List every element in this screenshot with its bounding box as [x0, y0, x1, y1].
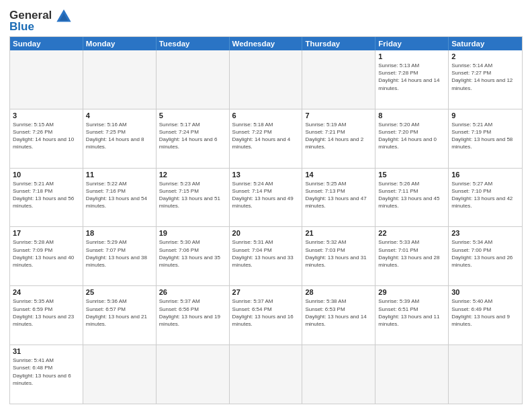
day-number: 21 — [305, 229, 372, 237]
cal-cell-10: 10Sunrise: 5:21 AM Sunset: 7:18 PM Dayli… — [10, 169, 83, 227]
cal-header-tuesday: Tuesday — [157, 37, 230, 50]
day-info: Sunrise: 5:23 AM Sunset: 7:15 PM Dayligh… — [159, 180, 226, 210]
calendar: SundayMondayTuesdayWednesdayThursdayFrid… — [9, 36, 523, 404]
day-number: 2 — [451, 52, 519, 60]
cal-row-6: 31Sunrise: 5:41 AM Sunset: 6:48 PM Dayli… — [10, 345, 522, 404]
day-number: 15 — [378, 171, 445, 179]
cal-cell-28: 28Sunrise: 5:38 AM Sunset: 6:53 PM Dayli… — [302, 286, 375, 345]
day-info: Sunrise: 5:41 AM Sunset: 6:48 PM Dayligh… — [13, 357, 80, 387]
cal-cell-24: 24Sunrise: 5:35 AM Sunset: 6:59 PM Dayli… — [10, 286, 83, 345]
day-info: Sunrise: 5:36 AM Sunset: 6:57 PM Dayligh… — [86, 298, 153, 328]
day-info: Sunrise: 5:33 AM Sunset: 7:01 PM Dayligh… — [378, 238, 445, 269]
cal-cell-empty — [157, 345, 230, 404]
day-number: 17 — [13, 229, 80, 237]
cal-cell-21: 21Sunrise: 5:32 AM Sunset: 7:03 PM Dayli… — [302, 227, 375, 285]
day-info: Sunrise: 5:17 AM Sunset: 7:24 PM Dayligh… — [159, 121, 226, 151]
cal-cell-30: 30Sunrise: 5:40 AM Sunset: 6:49 PM Dayli… — [449, 286, 522, 345]
day-number: 19 — [159, 229, 226, 237]
day-number: 23 — [451, 229, 519, 237]
day-info: Sunrise: 5:34 AM Sunset: 7:00 PM Dayligh… — [451, 238, 519, 269]
cal-cell-23: 23Sunrise: 5:34 AM Sunset: 7:00 PM Dayli… — [449, 227, 522, 285]
calendar-body: 1Sunrise: 5:13 AM Sunset: 7:28 PM Daylig… — [10, 50, 522, 404]
day-number: 10 — [13, 171, 80, 179]
day-info: Sunrise: 5:37 AM Sunset: 6:56 PM Dayligh… — [159, 298, 226, 328]
header: General Blue — [9, 7, 523, 32]
cal-cell-empty — [449, 345, 522, 404]
day-info: Sunrise: 5:25 AM Sunset: 7:13 PM Dayligh… — [305, 180, 372, 210]
cal-cell-18: 18Sunrise: 5:29 AM Sunset: 7:07 PM Dayli… — [83, 227, 157, 285]
cal-cell-22: 22Sunrise: 5:33 AM Sunset: 7:01 PM Dayli… — [375, 227, 449, 285]
day-number: 1 — [378, 52, 445, 60]
cal-cell-6: 6Sunrise: 5:18 AM Sunset: 7:22 PM Daylig… — [230, 109, 303, 168]
day-info: Sunrise: 5:15 AM Sunset: 7:26 PM Dayligh… — [13, 121, 80, 151]
day-info: Sunrise: 5:13 AM Sunset: 7:28 PM Dayligh… — [378, 62, 445, 92]
logo-blue: Blue — [9, 21, 52, 32]
day-info: Sunrise: 5:18 AM Sunset: 7:22 PM Dayligh… — [232, 121, 300, 151]
cal-cell-empty — [83, 345, 157, 404]
cal-cell-9: 9Sunrise: 5:21 AM Sunset: 7:19 PM Daylig… — [449, 109, 522, 168]
cal-header-sunday: Sunday — [10, 37, 83, 50]
cal-cell-20: 20Sunrise: 5:31 AM Sunset: 7:04 PM Dayli… — [230, 227, 303, 285]
day-info: Sunrise: 5:31 AM Sunset: 7:04 PM Dayligh… — [232, 238, 300, 269]
day-info: Sunrise: 5:28 AM Sunset: 7:09 PM Dayligh… — [13, 238, 80, 269]
day-number: 12 — [159, 171, 226, 179]
day-number: 8 — [378, 111, 445, 120]
cal-cell-16: 16Sunrise: 5:27 AM Sunset: 7:10 PM Dayli… — [449, 169, 522, 227]
day-info: Sunrise: 5:27 AM Sunset: 7:10 PM Dayligh… — [451, 180, 519, 210]
cal-cell-29: 29Sunrise: 5:39 AM Sunset: 6:51 PM Dayli… — [375, 286, 449, 345]
cal-cell-5: 5Sunrise: 5:17 AM Sunset: 7:24 PM Daylig… — [157, 109, 230, 168]
cal-cell-empty — [157, 50, 230, 109]
cal-cell-27: 27Sunrise: 5:37 AM Sunset: 6:54 PM Dayli… — [230, 286, 303, 345]
day-info: Sunrise: 5:40 AM Sunset: 6:49 PM Dayligh… — [451, 298, 519, 328]
cal-cell-empty — [375, 345, 449, 404]
day-number: 14 — [305, 171, 372, 179]
day-info: Sunrise: 5:39 AM Sunset: 6:51 PM Dayligh… — [378, 298, 445, 328]
cal-row-4: 17Sunrise: 5:28 AM Sunset: 7:09 PM Dayli… — [10, 226, 522, 285]
cal-cell-11: 11Sunrise: 5:22 AM Sunset: 7:16 PM Dayli… — [83, 169, 157, 227]
cal-cell-3: 3Sunrise: 5:15 AM Sunset: 7:26 PM Daylig… — [10, 109, 83, 168]
cal-header-monday: Monday — [83, 37, 157, 50]
cal-cell-8: 8Sunrise: 5:20 AM Sunset: 7:20 PM Daylig… — [375, 109, 449, 168]
cal-row-2: 3Sunrise: 5:15 AM Sunset: 7:26 PM Daylig… — [10, 109, 522, 168]
day-number: 18 — [86, 229, 153, 237]
cal-cell-31: 31Sunrise: 5:41 AM Sunset: 6:48 PM Dayli… — [10, 345, 83, 404]
cal-header-thursday: Thursday — [302, 37, 375, 50]
day-number: 11 — [86, 171, 153, 179]
cal-cell-empty — [302, 50, 375, 109]
day-info: Sunrise: 5:20 AM Sunset: 7:20 PM Dayligh… — [378, 121, 445, 151]
day-info: Sunrise: 5:30 AM Sunset: 7:06 PM Dayligh… — [159, 238, 226, 269]
day-info: Sunrise: 5:16 AM Sunset: 7:25 PM Dayligh… — [86, 121, 153, 151]
cal-cell-12: 12Sunrise: 5:23 AM Sunset: 7:15 PM Dayli… — [157, 169, 230, 227]
logo-general: General — [9, 9, 52, 21]
day-number: 16 — [451, 171, 519, 179]
day-number: 26 — [159, 288, 226, 296]
cal-cell-17: 17Sunrise: 5:28 AM Sunset: 7:09 PM Dayli… — [10, 227, 83, 285]
calendar-header: SundayMondayTuesdayWednesdayThursdayFrid… — [10, 37, 522, 50]
day-info: Sunrise: 5:21 AM Sunset: 7:18 PM Dayligh… — [13, 180, 80, 210]
cal-header-friday: Friday — [375, 37, 449, 50]
day-number: 31 — [13, 347, 80, 355]
day-info: Sunrise: 5:37 AM Sunset: 6:54 PM Dayligh… — [232, 298, 300, 328]
cal-cell-empty — [83, 50, 157, 109]
cal-cell-14: 14Sunrise: 5:25 AM Sunset: 7:13 PM Dayli… — [302, 169, 375, 227]
day-info: Sunrise: 5:35 AM Sunset: 6:59 PM Dayligh… — [13, 298, 80, 328]
day-number: 29 — [378, 288, 445, 296]
day-number: 28 — [305, 288, 372, 296]
day-number: 9 — [451, 111, 519, 120]
cal-cell-25: 25Sunrise: 5:36 AM Sunset: 6:57 PM Dayli… — [83, 286, 157, 345]
cal-header-wednesday: Wednesday — [230, 37, 303, 50]
cal-cell-empty — [230, 345, 303, 404]
logo-wordmark: General Blue — [9, 9, 73, 32]
day-info: Sunrise: 5:38 AM Sunset: 6:53 PM Dayligh… — [305, 298, 372, 328]
day-number: 27 — [232, 288, 300, 296]
day-info: Sunrise: 5:29 AM Sunset: 7:07 PM Dayligh… — [86, 238, 153, 269]
page: General Blue SundayMondayTuesdayWednesda… — [0, 0, 532, 411]
cal-cell-15: 15Sunrise: 5:26 AM Sunset: 7:11 PM Dayli… — [375, 169, 449, 227]
cal-cell-empty — [302, 345, 375, 404]
day-info: Sunrise: 5:22 AM Sunset: 7:16 PM Dayligh… — [86, 180, 153, 210]
cal-cell-26: 26Sunrise: 5:37 AM Sunset: 6:56 PM Dayli… — [157, 286, 230, 345]
day-number: 7 — [305, 111, 372, 120]
cal-cell-empty — [230, 50, 303, 109]
day-number: 3 — [13, 111, 80, 120]
cal-header-saturday: Saturday — [449, 37, 522, 50]
